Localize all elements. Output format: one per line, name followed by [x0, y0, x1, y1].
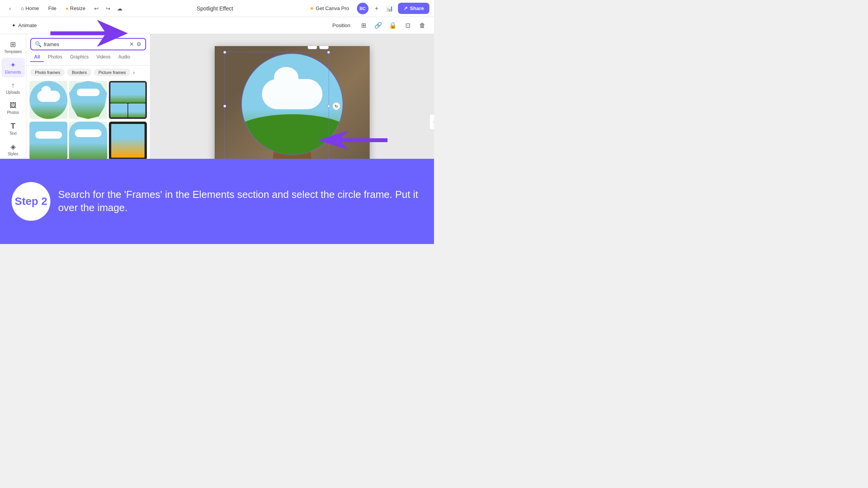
step-number: Step 2: [15, 195, 47, 208]
animate-icon: ✦: [12, 22, 16, 28]
search-filter-button[interactable]: ⚙: [136, 41, 141, 47]
topbar-right: ★ Get Canva Pro BC + 📊 ↗ Share: [305, 3, 429, 14]
share-label: Share: [410, 5, 424, 11]
save-status-button[interactable]: ☁: [114, 3, 125, 14]
search-clear-button[interactable]: ✕: [129, 41, 134, 47]
file-button[interactable]: File: [45, 4, 60, 13]
cloud-element: [262, 79, 322, 109]
lock-button[interactable]: 🔒: [388, 20, 398, 31]
topbar: ‹ ⌂ Home File ● Resize ↩ ↪ ☁ Spotlight E…: [0, 0, 434, 17]
history-nav: ↩ ↪ ☁: [91, 3, 125, 14]
tag-borders[interactable]: Borders: [67, 69, 91, 76]
topbar-center: Spotlight Effect: [128, 5, 302, 12]
sidebar-item-templates[interactable]: ⊞ Templates: [2, 37, 25, 57]
frame-item-1[interactable]: [29, 81, 67, 119]
arrow-to-search: [50, 34, 128, 50]
animate-label: Animate: [18, 22, 37, 28]
pro-label: Get Canva Pro: [316, 5, 349, 11]
handle-mid-left[interactable]: [223, 105, 226, 108]
grid-button[interactable]: ⊞: [358, 20, 369, 31]
elements-icon: ✦: [10, 61, 16, 69]
home-icon: ⌂: [21, 5, 24, 11]
tab-photos[interactable]: Photos: [44, 53, 66, 62]
handle-top-right[interactable]: [327, 51, 330, 54]
get-pro-button[interactable]: ★ Get Canva Pro: [305, 3, 354, 14]
bottom-overlay: Step 2 Search for the 'Frames' in the El…: [0, 159, 434, 244]
frame-item-6[interactable]: [109, 122, 147, 160]
arrow-right: [318, 129, 388, 153]
resize-label: Resize: [70, 5, 86, 11]
tab-graphics[interactable]: Graphics: [66, 53, 93, 62]
text-icon: T: [10, 122, 15, 131]
search-icon: 🔍: [35, 41, 41, 47]
tag-scroll-right[interactable]: ›: [133, 69, 135, 76]
back-button[interactable]: ‹: [5, 3, 16, 14]
text-label: Text: [9, 131, 16, 136]
tag-picture-frames[interactable]: Picture frames: [94, 69, 131, 76]
share-button[interactable]: ↗ Share: [398, 3, 429, 14]
position-button[interactable]: Position: [329, 20, 354, 31]
tag-photo-frames[interactable]: Photo frames: [30, 69, 65, 76]
sidebar-item-uploads[interactable]: ↑ Uploads: [2, 78, 25, 98]
templates-label: Templates: [4, 50, 22, 54]
tab-videos[interactable]: Videos: [93, 53, 114, 62]
frame-item-4[interactable]: [29, 122, 67, 160]
sidebar-item-styles[interactable]: ◈ Styles: [2, 139, 25, 159]
elements-label: Elements: [5, 70, 21, 74]
selection-toolbar: ⊕ ↗: [308, 46, 329, 49]
uploads-label: Uploads: [6, 90, 20, 95]
resize-icon: ●: [66, 6, 69, 11]
redo-button[interactable]: ↪: [103, 3, 114, 14]
home-label: Home: [26, 5, 39, 11]
step-circle: Step 2: [12, 182, 50, 221]
duplicate-button[interactable]: ⊕: [308, 46, 317, 49]
handle-top-left[interactable]: [223, 51, 226, 54]
photos-icon: 🖼: [10, 101, 17, 110]
tab-audio[interactable]: Audio: [114, 53, 134, 62]
sidebar-item-elements[interactable]: ✦ Elements: [2, 58, 25, 77]
home-button[interactable]: ⌂ Home: [17, 4, 43, 13]
photos-label: Photos: [7, 110, 19, 115]
animate-button[interactable]: ✦ Animate: [6, 20, 42, 31]
styles-icon: ◈: [10, 143, 16, 151]
tab-all[interactable]: All: [30, 53, 44, 62]
step-instruction: Search for the 'Frames' in the Elements …: [58, 188, 422, 215]
crown-icon: ★: [310, 5, 314, 11]
styles-label: Styles: [8, 152, 18, 156]
avatar: BC: [357, 3, 369, 14]
analytics-button[interactable]: 📊: [385, 3, 395, 14]
add-collaborator-button[interactable]: +: [372, 3, 382, 14]
sidebar-item-text[interactable]: T Text: [2, 119, 25, 139]
crop-button[interactable]: ⊡: [402, 20, 413, 31]
templates-icon: ⊞: [10, 40, 16, 49]
bottom-content: Step 2 Search for the 'Frames' in the El…: [0, 167, 434, 244]
svg-marker-0: [50, 34, 128, 47]
svg-marker-1: [318, 131, 388, 150]
link-button[interactable]: 🔗: [373, 20, 384, 31]
file-label: File: [48, 5, 57, 11]
delete-button[interactable]: 🗑: [417, 20, 428, 31]
undo-button[interactable]: ↩: [91, 3, 102, 14]
frame-item-5[interactable]: [69, 122, 107, 160]
uploads-icon: ↑: [11, 81, 15, 89]
sidebar-item-photos[interactable]: 🖼 Photos: [2, 98, 25, 118]
filter-tabs: All Photos Graphics Videos Audio: [26, 53, 150, 65]
resize-button[interactable]: ● Resize: [62, 4, 90, 13]
frame-item-2[interactable]: [69, 81, 107, 119]
frame-item-3[interactable]: [109, 81, 147, 119]
second-toolbar-right: Position ⊞ 🔗 🔒 ⊡ 🗑: [329, 20, 428, 31]
document-title: Spotlight Effect: [197, 5, 233, 12]
topbar-left: ‹ ⌂ Home File ● Resize ↩ ↪ ☁: [5, 3, 125, 14]
share-icon: ↗: [403, 5, 408, 11]
expand-button[interactable]: ↗: [319, 46, 329, 49]
position-label: Position: [332, 22, 350, 28]
tag-filters: Photo frames Borders Picture frames ›: [26, 65, 150, 79]
